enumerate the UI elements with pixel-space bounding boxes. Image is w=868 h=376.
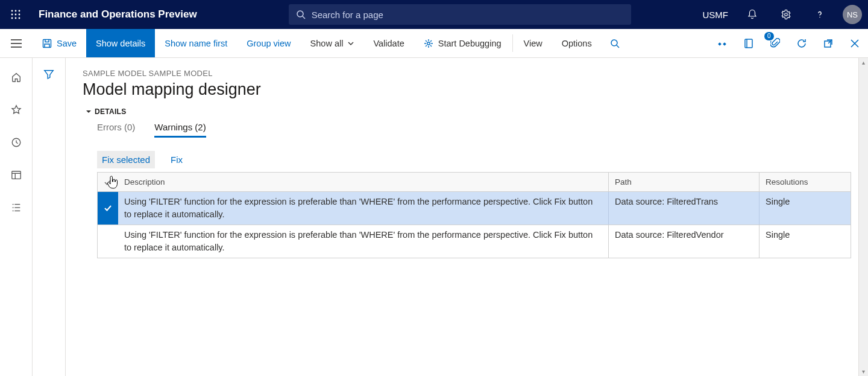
show-all-dropdown[interactable]: Show all — [301, 29, 364, 57]
svg-point-9 — [297, 11, 303, 17]
debug-icon — [424, 39, 433, 48]
row-checkbox[interactable] — [98, 192, 118, 225]
filter-pane-toggle[interactable] — [33, 58, 66, 376]
group-view-label: Group view — [247, 39, 291, 48]
attachments-icon[interactable]: 0 — [762, 29, 788, 57]
search-icon — [296, 10, 306, 19]
fix-button[interactable]: Fix — [166, 151, 187, 168]
warnings-grid: Description Path Resolutions Using 'FILT… — [97, 172, 851, 258]
cell-path: Data source: FilteredVendor — [608, 225, 759, 258]
svg-line-19 — [617, 45, 619, 48]
company-picker[interactable]: USMF — [699, 10, 732, 20]
header-path[interactable]: Path — [608, 173, 759, 191]
svg-rect-27 — [11, 171, 20, 179]
show-details-button[interactable]: Show details — [86, 29, 155, 57]
svg-point-12 — [819, 17, 820, 18]
favorites-icon[interactable] — [0, 101, 33, 118]
modules-icon[interactable] — [0, 199, 33, 216]
header-description[interactable]: Description — [118, 173, 608, 191]
show-name-first-label: Show name first — [165, 39, 227, 48]
row-checkbox[interactable] — [98, 225, 118, 258]
save-icon — [42, 39, 52, 48]
cell-description: Using 'FILTER' function for the expressi… — [118, 225, 608, 258]
svg-point-6 — [11, 18, 13, 19]
options-label: Options — [562, 39, 592, 48]
validate-button[interactable]: Validate — [363, 29, 414, 57]
find-icon[interactable] — [602, 29, 628, 57]
show-all-label: Show all — [310, 39, 344, 48]
breadcrumb: SAMPLE MODEL SAMPLE MODEL — [83, 69, 851, 78]
product-name: Finance and Operations Preview — [39, 8, 197, 21]
vertical-scrollbar[interactable]: ▴ ▾ — [858, 58, 868, 376]
workspaces-icon[interactable] — [0, 167, 33, 183]
save-button[interactable]: Save — [33, 29, 86, 57]
grid-header-row: Description Path Resolutions — [98, 173, 851, 192]
tab-errors[interactable]: Errors (0) — [97, 122, 135, 138]
view-label: View — [524, 39, 542, 48]
left-nav-rail — [0, 58, 33, 376]
options-menu[interactable]: Options — [552, 29, 602, 57]
details-section-toggle[interactable]: DETAILS — [86, 107, 851, 116]
personalize-icon[interactable] — [709, 29, 735, 57]
svg-point-18 — [611, 40, 617, 46]
settings-icon[interactable] — [773, 0, 799, 29]
save-label: Save — [57, 39, 77, 48]
nav-menu-toggle[interactable] — [0, 29, 33, 57]
svg-point-7 — [15, 18, 17, 19]
svg-point-8 — [19, 18, 20, 19]
svg-line-10 — [303, 16, 305, 19]
select-all-checkbox[interactable] — [98, 173, 118, 191]
start-debugging-button[interactable]: Start Debugging — [414, 29, 511, 57]
global-search-input[interactable] — [312, 10, 624, 20]
group-view-button[interactable]: Group view — [237, 29, 300, 57]
notifications-icon[interactable] — [739, 0, 766, 29]
svg-rect-21 — [723, 42, 726, 46]
show-details-label: Show details — [96, 39, 145, 48]
page-title: Model mapping designer — [83, 80, 851, 99]
details-tabs: Errors (0) Warnings (2) — [97, 122, 851, 138]
top-nav-bar: Finance and Operations Preview USMF NS — [0, 0, 868, 29]
svg-point-3 — [11, 14, 13, 16]
svg-rect-22 — [745, 39, 752, 48]
tab-warnings[interactable]: Warnings (2) — [154, 122, 206, 138]
page-options-icon[interactable] — [735, 29, 762, 57]
cell-resolutions: Single — [759, 225, 851, 258]
caret-down-icon — [86, 109, 91, 114]
chevron-down-icon — [348, 42, 354, 45]
content-area: SAMPLE MODEL SAMPLE MODEL Model mapping … — [66, 58, 868, 376]
checkmark-icon — [104, 204, 112, 212]
help-icon[interactable] — [807, 0, 833, 29]
scroll-up-icon[interactable]: ▴ — [862, 59, 865, 66]
svg-point-11 — [785, 13, 788, 16]
svg-point-5 — [19, 14, 20, 16]
scroll-down-icon[interactable]: ▾ — [862, 368, 865, 375]
attachments-badge: 0 — [764, 32, 774, 40]
table-row[interactable]: Using 'FILTER' function for the expressi… — [98, 225, 851, 258]
start-debugging-label: Start Debugging — [438, 39, 502, 48]
fix-action-row: Fix selected Fix — [97, 151, 851, 168]
svg-point-4 — [15, 14, 17, 16]
validate-label: Validate — [373, 39, 404, 48]
popout-icon[interactable] — [815, 29, 841, 57]
global-search[interactable] — [289, 4, 631, 25]
table-row[interactable]: Using 'FILTER' function for the expressi… — [98, 192, 851, 225]
details-section-label: DETAILS — [95, 107, 127, 116]
header-resolutions[interactable]: Resolutions — [759, 173, 851, 191]
show-name-first-button[interactable]: Show name first — [155, 29, 237, 57]
home-icon[interactable] — [0, 69, 33, 86]
checkmark-icon — [104, 178, 112, 186]
view-menu[interactable]: View — [514, 29, 552, 57]
svg-point-17 — [427, 42, 430, 45]
user-avatar[interactable]: NS — [843, 5, 862, 24]
cell-description: Using 'FILTER' function for the expressi… — [118, 192, 608, 225]
app-launcher-icon[interactable] — [6, 5, 25, 24]
fix-selected-button[interactable]: Fix selected — [97, 151, 155, 168]
svg-point-1 — [15, 10, 17, 12]
recent-icon[interactable] — [0, 134, 33, 151]
svg-point-2 — [19, 10, 20, 12]
filter-icon — [43, 69, 54, 80]
command-bar: Save Show details Show name first Group … — [0, 29, 868, 58]
refresh-icon[interactable] — [788, 29, 815, 57]
close-icon[interactable] — [841, 29, 868, 57]
cell-path: Data source: FilteredTrans — [608, 192, 759, 225]
